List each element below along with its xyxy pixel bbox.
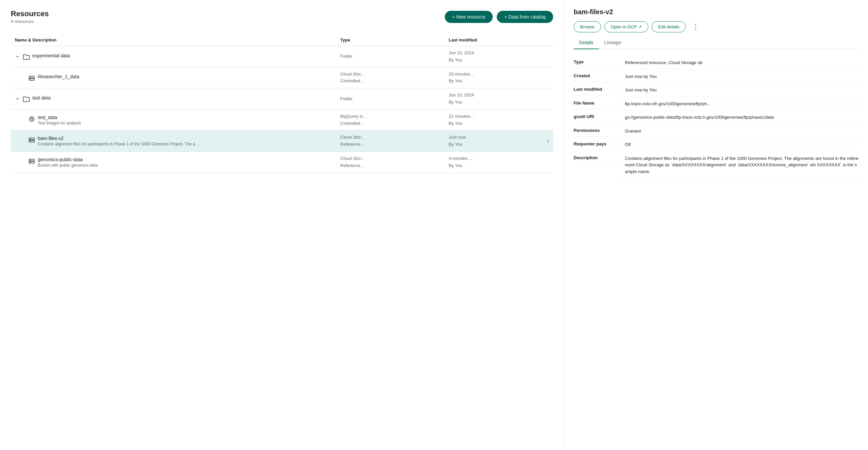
browse-button[interactable]: Browse [574,21,601,32]
chevron-down-icon [15,54,20,59]
resource-icon [28,116,35,122]
title-block: Resources 4 resources [11,9,49,24]
right-panel: bam-files-v2 Browse Open in GCP ↗ Edit d… [564,0,868,450]
svg-point-5 [31,118,33,120]
table-row[interactable]: test dataFolderJun 10, 2024By You [11,88,553,110]
resource-type: Folder [336,46,444,67]
resource-name: Researcher_1_data [38,74,79,79]
resource-icon [28,137,35,143]
chevron-down-icon [15,96,20,102]
detail-label: File Name [574,97,621,109]
col-header-type: Type [336,34,444,46]
col-header-modified: Last modified [444,34,553,46]
detail-value: Contains alignment files for participant… [621,152,859,179]
detail-label: Permissions [574,124,621,137]
resource-type: Cloud Stor...Controlled ... [336,67,444,88]
col-header-name: Name & Description [11,34,336,46]
header-buttons: + New resource + Data from catalog [445,11,553,23]
detail-label: Type [574,56,621,68]
resource-name: bam-files-v2 [38,136,200,141]
detail-value: Referenced resource, Cloud Storage ob [621,56,859,70]
left-panel: Resources 4 resources + New resource + D… [0,0,564,450]
data-from-catalog-button[interactable]: + Data from catalog [497,11,553,23]
detail-label: Description [574,152,621,164]
detail-value: ftp-trace.ncbi.nih.gov/1000genomes/ftp/p… [621,97,859,111]
tab-details[interactable]: Details [574,36,599,49]
detail-value: Just now by You [621,83,859,97]
table-row[interactable]: Researcher_1_dataCloud Stor...Controlled… [11,67,553,88]
resource-icon [28,75,35,82]
last-modified: Jun 10, 2024By You [444,46,553,67]
resource-description: Test images for analysis [38,121,81,125]
tabs: Details Lineage [574,36,859,49]
page-title: Resources [11,9,49,18]
last-modified: 4 minutes ...By You [444,151,553,173]
resource-type: Folder [336,88,444,110]
edit-details-button[interactable]: Edit details [652,21,686,32]
detail-label: Requester pays [574,138,621,150]
detail-table: TypeReferenced resource, Cloud Storage o… [574,56,859,178]
detail-actions: Browse Open in GCP ↗ Edit details ⋮ [574,21,859,32]
resources-table: Name & Description Type Last modified ex… [11,34,553,173]
table-row[interactable]: test_dataTest images for analysisBigQuer… [11,109,553,131]
folder-icon [23,96,30,103]
table-row[interactable]: experimental dataFolderJun 10, 2024By Yo… [11,46,553,67]
resource-count: 4 resources [11,19,49,24]
detail-value: Off [621,138,859,152]
more-options-button[interactable]: ⋮ [689,21,702,32]
table-row[interactable]: genomics-public-dataBucket with public g… [11,151,553,173]
last-modified: 21 minutes...By You [444,109,553,131]
resource-icon [28,158,35,165]
last-modified: Jun 10, 2024By You [444,88,553,110]
resource-name: experimental data [32,53,70,58]
detail-value: gs://genomics-public-data/ftp-trace.ncbi… [621,111,859,124]
detail-label: gsutil URI [574,111,621,123]
new-resource-button[interactable]: + New resource [445,11,493,23]
resource-type: BigQuery d...Controlled ... [336,109,444,131]
last-modified: Just nowBy You› [444,131,553,151]
resource-name: test data [32,95,51,101]
tab-lineage[interactable]: Lineage [599,36,627,49]
last-modified: 29 minutes...By You [444,67,553,88]
detail-label: Created [574,70,621,82]
resource-name: test_data [38,115,81,120]
folder-icon [23,54,30,60]
header-row: Resources 4 resources + New resource + D… [11,9,553,24]
open-in-gcp-button[interactable]: Open in GCP ↗ [604,21,648,32]
resources-table-container: Name & Description Type Last modified ex… [11,34,553,450]
table-row[interactable]: bam-files-v2Contains alignment files for… [11,131,553,152]
resource-type: Cloud Stor...Reference... [336,151,444,173]
detail-title: bam-files-v2 [574,8,859,16]
resource-description: Contains alignment files for participant… [38,142,200,146]
resource-description: Bucket with public genomics data [38,163,98,168]
detail-value: Granted [621,124,859,138]
resource-name: genomics-public-data [38,157,98,162]
resource-type: Cloud Stor...Reference... [336,131,444,152]
detail-label: Last modified [574,83,621,95]
detail-value: Just now by You [621,70,859,84]
